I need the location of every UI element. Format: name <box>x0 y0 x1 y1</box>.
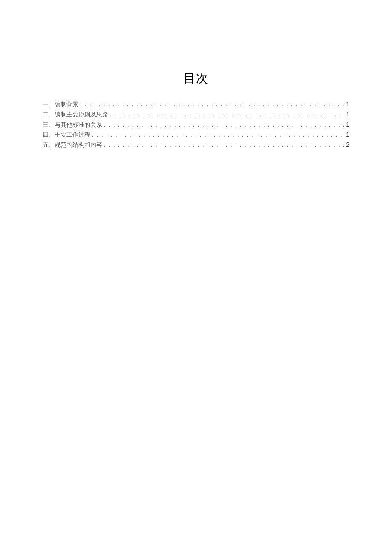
toc-dots <box>90 130 346 140</box>
toc-entry: 三、与其他标准的关系 1 <box>43 120 349 130</box>
page-title: 目次 <box>43 70 349 87</box>
toc-page-number: 2 <box>346 140 349 150</box>
toc-dots <box>78 99 346 110</box>
toc-label: 四、主要工作过程 <box>43 130 90 140</box>
toc-page-number: 1 <box>346 120 349 130</box>
toc-dots <box>102 140 346 150</box>
toc-entry: 五、规范的结构和内容 2 <box>43 140 349 150</box>
toc-page-number: 1 <box>346 110 349 120</box>
toc-dots <box>102 120 346 130</box>
toc-dots <box>108 110 346 120</box>
toc-label: 三、与其他标准的关系 <box>43 120 102 130</box>
toc-entry: 四、主要工作过程 1 <box>43 130 349 140</box>
toc-page-number: 1 <box>346 99 349 110</box>
toc-label: 二、编制主要原则及思路 <box>43 110 108 120</box>
toc-entry: 二、编制主要原则及思路 1 <box>43 110 349 120</box>
toc-page-number: 1 <box>346 130 349 140</box>
toc-label: 五、规范的结构和内容 <box>43 140 102 150</box>
toc-entry: 一、编制背景 1 <box>43 99 349 110</box>
toc-label: 一、编制背景 <box>43 99 78 110</box>
toc-list: 一、编制背景 1 二、编制主要原则及思路 1 三、与其他标准的关系 1 四、主要… <box>43 99 349 150</box>
